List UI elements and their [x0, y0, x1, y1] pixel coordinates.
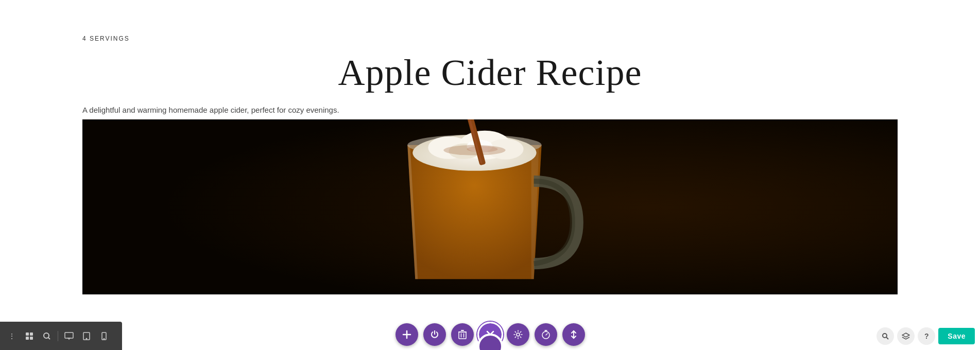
power-button[interactable] — [423, 323, 446, 346]
layers-button[interactable] — [897, 327, 915, 345]
svg-rect-18 — [26, 337, 29, 340]
timer-button[interactable] — [535, 323, 557, 346]
svg-point-39 — [517, 333, 520, 336]
svg-rect-22 — [65, 332, 73, 338]
bottom-toolbar: ⋮ — [0, 322, 122, 350]
search-toolbar-button[interactable] — [39, 328, 55, 344]
svg-line-21 — [48, 337, 50, 339]
save-button[interactable]: Save — [938, 328, 975, 344]
svg-point-45 — [883, 334, 887, 338]
tablet-view-button[interactable] — [79, 328, 94, 344]
page-content: 4 SERVINGS Apple Cider Recipe A delightf… — [0, 0, 980, 350]
help-icon: ? — [924, 332, 929, 340]
toolbar-separator — [58, 331, 58, 341]
mobile-view-button[interactable] — [96, 328, 112, 344]
grid-view-button[interactable] — [22, 328, 37, 344]
svg-point-26 — [86, 338, 87, 339]
page-description: A delightful and warming homemade apple … — [82, 106, 339, 114]
delete-button[interactable] — [451, 323, 474, 346]
svg-rect-17 — [30, 332, 33, 336]
svg-marker-47 — [902, 333, 909, 337]
svg-line-46 — [886, 337, 888, 339]
svg-rect-19 — [30, 337, 33, 340]
right-actions: ? Save — [876, 327, 975, 345]
settings-button[interactable] — [507, 323, 529, 346]
svg-rect-16 — [26, 332, 29, 336]
desktop-view-button[interactable] — [61, 328, 77, 344]
svg-rect-32 — [459, 332, 466, 339]
svg-point-28 — [104, 338, 104, 339]
servings-label: 4 SERVINGS — [82, 35, 130, 42]
hero-image — [82, 119, 898, 294]
more-options-button[interactable]: ⋮ — [4, 328, 20, 344]
reorder-button[interactable] — [562, 323, 585, 346]
help-button[interactable]: ? — [918, 327, 935, 345]
search-right-button[interactable] — [876, 327, 894, 345]
page-title: Apple Cider Recipe — [0, 51, 980, 94]
add-block-button[interactable] — [396, 323, 418, 346]
